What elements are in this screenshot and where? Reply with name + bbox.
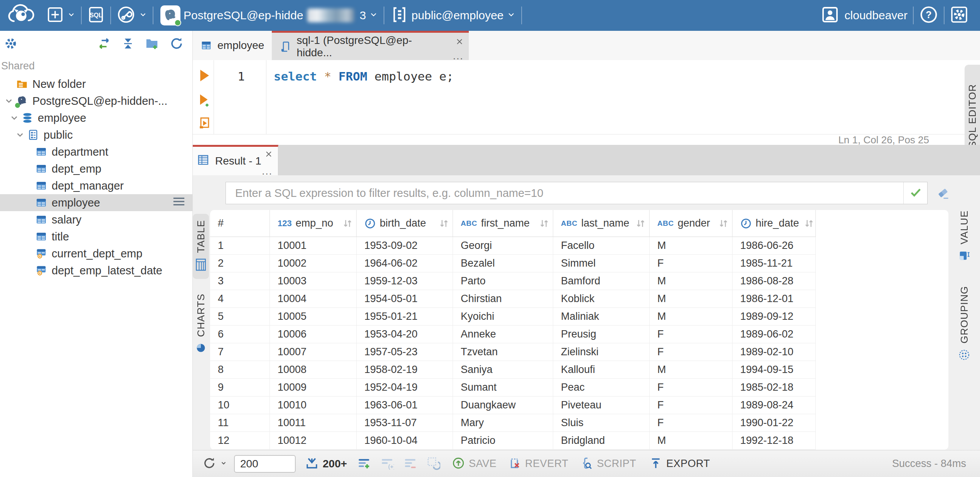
close-tab-button[interactable] [455, 37, 464, 49]
cell-last_name[interactable]: Sluis [553, 414, 650, 432]
duplicate-row-button[interactable]: (+) [380, 456, 394, 472]
cell-emp_no[interactable]: 10003 [270, 272, 357, 290]
cell-rownum[interactable]: 6 [210, 326, 270, 343]
cell-rownum[interactable]: 4 [210, 290, 270, 308]
column-header-last_name[interactable]: ABClast_name [553, 210, 650, 237]
script-button[interactable]: SCRIPT [580, 457, 636, 471]
cell-first_name[interactable]: Duangkaew [453, 396, 553, 414]
help-button[interactable]: ? [919, 5, 938, 26]
cell-first_name[interactable]: Anneke [453, 326, 553, 343]
cell-hire_date[interactable]: 1990-01-22 [732, 414, 816, 432]
cell-hire_date[interactable]: 1992-12-18 [732, 432, 816, 450]
tab-employee[interactable]: employee [193, 31, 272, 60]
cell-last_name[interactable]: Koblick [553, 290, 650, 308]
tree-item-salary[interactable]: salary [0, 211, 192, 228]
cell-last_name[interactable]: Facello [553, 237, 650, 255]
cell-gender[interactable]: M [650, 272, 732, 290]
cell-last_name[interactable]: Maliniak [553, 308, 650, 326]
cell-emp_no[interactable]: 10001 [270, 237, 357, 255]
cell-first_name[interactable]: Chirstian [453, 290, 553, 308]
column-header-emp_no[interactable]: 123emp_no [270, 210, 357, 237]
cell-emp_no[interactable]: 10009 [270, 379, 357, 396]
cell-emp_no[interactable]: 10008 [270, 361, 357, 379]
sort-arrows-icon[interactable] [635, 218, 646, 229]
item-menu-icon[interactable] [172, 197, 185, 209]
save-button[interactable]: SAVE [452, 457, 497, 471]
cell-gender[interactable]: M [650, 432, 732, 450]
result-grid[interactable]: #123emp_nobirth_dateABCfirst_nameABClast… [210, 210, 948, 450]
tree-item-employee[interactable]: employee [0, 109, 192, 126]
cell-last_name[interactable]: Piveteau [553, 396, 650, 414]
sql-editor-button[interactable]: SQL [87, 6, 105, 25]
fetch-more-button[interactable]: 200+ [305, 456, 347, 472]
link-editor-button[interactable] [97, 36, 111, 52]
cell-last_name[interactable]: Bamford [553, 272, 650, 290]
cell-birth_date[interactable]: 1953-04-20 [357, 326, 453, 343]
tree-item-employee[interactable]: employee [0, 194, 192, 211]
tab-result-1[interactable]: Result - 1 ... [193, 145, 278, 175]
add-row-button[interactable] [357, 456, 371, 472]
cell-gender[interactable]: F [650, 396, 732, 414]
cell-first_name[interactable]: Patricio [453, 432, 553, 450]
apply-filter-button[interactable] [903, 182, 927, 204]
new-connection-button[interactable] [46, 6, 76, 25]
execute-new-tab-button[interactable] [198, 93, 211, 109]
cell-hire_date[interactable]: 1989-02-10 [732, 343, 816, 361]
cell-emp_no[interactable]: 10011 [270, 414, 357, 432]
row-limit-input[interactable] [234, 455, 296, 473]
cell-rownum[interactable]: 5 [210, 308, 270, 326]
cell-hire_date[interactable]: 1989-06-02 [732, 326, 816, 343]
cell-gender[interactable]: F [650, 379, 732, 396]
sort-arrows-icon[interactable] [438, 218, 450, 229]
cell-emp_no[interactable]: 10004 [270, 290, 357, 308]
cell-rownum[interactable]: 1 [210, 237, 270, 255]
cell-first_name[interactable]: Saniya [453, 361, 553, 379]
execute-script-button[interactable] [198, 116, 211, 131]
cell-gender[interactable]: M [650, 308, 732, 326]
tab-table-view[interactable]: TABLE [193, 214, 209, 279]
driver-manager-button[interactable] [116, 5, 147, 26]
cell-birth_date[interactable]: 1958-02-19 [357, 361, 453, 379]
cell-gender[interactable]: F [650, 414, 732, 432]
cell-birth_date[interactable]: 1953-11-07 [357, 414, 453, 432]
cell-first_name[interactable]: Bezalel [453, 255, 553, 272]
cell-rownum[interactable]: 11 [210, 414, 270, 432]
cell-birth_date[interactable]: 1960-10-04 [357, 432, 453, 450]
revert-button[interactable]: REVERT [508, 457, 568, 471]
cell-emp_no[interactable]: 10012 [270, 432, 357, 450]
tree-item-public[interactable]: public [0, 126, 192, 143]
refresh-result-button[interactable] [202, 456, 227, 472]
sort-arrows-icon[interactable] [342, 218, 353, 229]
tab-charts-view[interactable]: CHARTS [193, 287, 209, 361]
cell-last_name[interactable]: Simmel [553, 255, 650, 272]
cell-gender[interactable]: F [650, 326, 732, 343]
tree-item-title[interactable]: title [0, 228, 192, 245]
tree-item-current-dept-emp[interactable]: current_dept_emp [0, 245, 192, 262]
sort-arrows-icon[interactable] [717, 218, 729, 229]
add-folder-button[interactable] [145, 36, 159, 52]
tree-item-dept-emp[interactable]: dept_emp [0, 160, 192, 177]
cell-first_name[interactable]: Mary [453, 414, 553, 432]
delete-row-button[interactable] [403, 456, 417, 472]
cell-hire_date[interactable]: 1985-02-18 [732, 379, 816, 396]
cell-hire_date[interactable]: 1986-08-28 [732, 272, 816, 290]
cell-gender[interactable]: M [650, 237, 732, 255]
cell-emp_no[interactable]: 10005 [270, 308, 357, 326]
cell-birth_date[interactable]: 1954-05-01 [357, 290, 453, 308]
tree-item-postgresql-ep-hidden[interactable]: PostgreSQL@ep-hidden-... [0, 92, 192, 109]
cell-birth_date[interactable]: 1957-05-23 [357, 343, 453, 361]
cell-emp_no[interactable]: 10007 [270, 343, 357, 361]
tree-item-dept-emp-latest-date[interactable]: dept_emp_latest_date [0, 262, 192, 279]
cell-gender[interactable]: F [650, 343, 732, 361]
cell-hire_date[interactable]: 1986-12-01 [732, 290, 816, 308]
cell-rownum[interactable]: 9 [210, 379, 270, 396]
cell-last_name[interactable]: Peac [553, 379, 650, 396]
settings-button[interactable] [950, 5, 968, 25]
cell-gender[interactable]: M [650, 290, 732, 308]
cell-birth_date[interactable]: 1964-06-02 [357, 255, 453, 272]
cell-first_name[interactable]: Sumant [453, 379, 553, 396]
sql-editor[interactable]: 1 select * FROM employee e; [193, 60, 980, 134]
tab-value-panel[interactable]: VALUE [956, 204, 972, 269]
cell-rownum[interactable]: 7 [210, 343, 270, 361]
cell-first_name[interactable]: Tzvetan [453, 343, 553, 361]
